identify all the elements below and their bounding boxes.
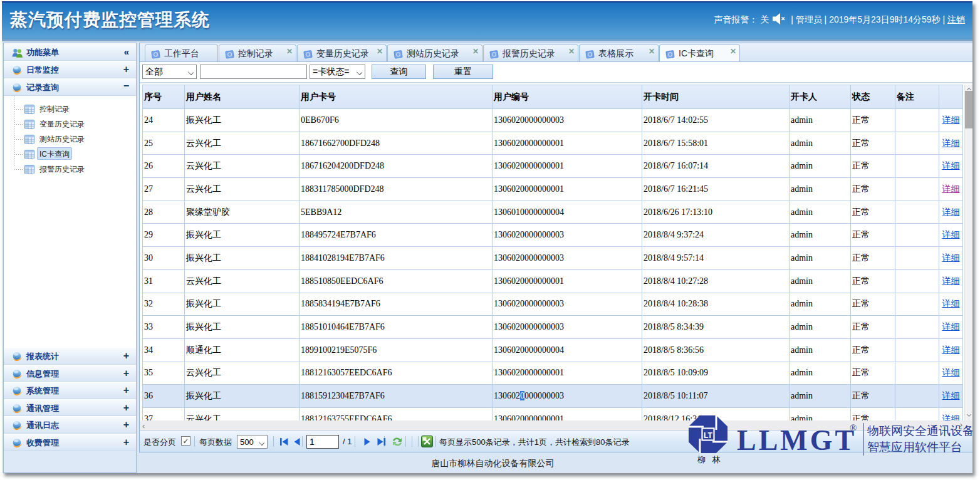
- svg-text:LT: LT: [704, 431, 712, 440]
